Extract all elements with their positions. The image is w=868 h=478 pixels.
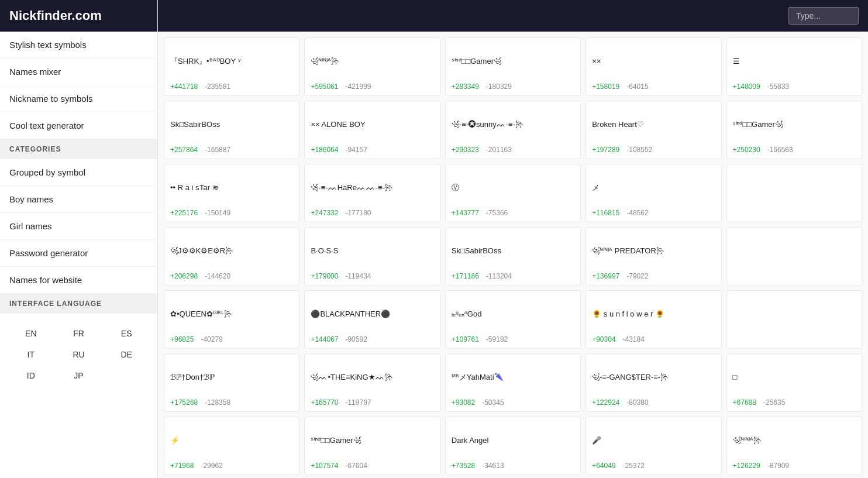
card-text: ×× ALONE BOY (311, 108, 433, 141)
card-item[interactable]: ⚡+71968-29962 (164, 417, 299, 475)
interface-language-header: INTERFACE LANGUAGE (0, 294, 157, 314)
card-item[interactable]: ꧁ᴺᴵᴺᴶᴬ꧂+126229-87909 (726, 417, 862, 475)
card-item[interactable]: ₗₑ​ᵍₑₙ​ᵈGod+109761-59182 (445, 290, 581, 349)
card-stat-negative: -235581 (205, 82, 230, 91)
card-item[interactable]: B·O·S·S+179000-119434 (304, 227, 440, 286)
lang-btn-es[interactable]: ES (105, 325, 148, 342)
card-stat-negative: -75366 (486, 209, 508, 217)
card-stats: +64049-25372 (592, 462, 715, 470)
card-stats: +257864-165887 (170, 146, 293, 154)
search-input[interactable] (788, 7, 859, 25)
card-text: ₗₑ​ᵍₑₙ​ᵈGod (452, 298, 574, 331)
card-item[interactable]: Broken Heart♡+197289-108552 (585, 101, 721, 159)
card-item[interactable]: •• R a i ꜱTar ≋+225176-150149 (164, 164, 299, 222)
card-text: 🎤 (592, 424, 715, 457)
card-stat-negative: -34613 (482, 462, 504, 470)
card-item[interactable]: Dark Angel+73528-34613 (445, 417, 581, 475)
card-item[interactable]: 『SHRK』•ᴮᴬᴰBOY ʸ+441718-235581 (164, 37, 299, 96)
card-item[interactable]: ˢᴵⁿᵈ□□Gamer꧁+250230-166563 (726, 101, 862, 159)
card-stats: +186064-94157 (311, 146, 433, 154)
sidebar-item-names-mixer[interactable]: Names mixer (0, 59, 157, 85)
lang-btn-fr[interactable]: FR (57, 325, 101, 342)
category-item-names-for-website[interactable]: Names for website (0, 267, 157, 294)
categories-header: CATEGORIES (0, 139, 157, 159)
card-item[interactable]: ℬℙ†Don†ℬℙ+175268-128358 (164, 353, 299, 412)
card-item[interactable]: ꧁ᴺᴵᴺᴶᴬ PREDATOR꧂+136997-79022 (585, 227, 721, 286)
category-item-girl-names[interactable]: Girl names (0, 213, 157, 240)
card-item[interactable]: ꧁-≡-ᨓHaReᨓᨓ-≡-꧂+247332-177180 (304, 164, 440, 222)
card-text: ꧁-≡-✪sunnyᨓ-≡-꧂ (452, 108, 574, 141)
card-text: ꧁-≡-GANG$TER-≡-꧂ (592, 361, 715, 394)
card-text: ꧁ᴺᴵᴺᴶᴬ꧂ (733, 424, 856, 457)
card-item[interactable]: ×× +158019-64015 (585, 37, 721, 96)
card-text: ×× (592, 45, 715, 78)
card-item[interactable]: ꧁ᴺᴵᴺᴶᴬ꧂+595061-421999 (304, 37, 440, 96)
sidebar-item-cool-text-generator[interactable]: Cool text generator (0, 112, 157, 139)
card-text: ☰ (733, 45, 856, 78)
category-item-password-generator[interactable]: Password generator (0, 240, 157, 267)
card-item[interactable]: ꧁-≡-✪sunnyᨓ-≡-꧂+290323-201163 (445, 101, 581, 159)
card-stat-negative: -55833 (767, 82, 789, 91)
lang-btn-ru[interactable]: RU (57, 346, 101, 363)
card-item[interactable]: ×× ALONE BOY+186064-94157 (304, 101, 440, 159)
sidebar-item-nickname-to-symbols[interactable]: Nickname to symbols (0, 85, 157, 112)
card-item[interactable]: ꧁J⚙⚙K⚙E⚙R꧂+206298-144620 (164, 227, 299, 286)
sidebar-item-stylish-text-symbols[interactable]: Stylish text symbols (0, 32, 157, 59)
card-item[interactable] (726, 227, 862, 286)
card-item[interactable]: Ⓥ+143777-75366 (445, 164, 581, 222)
card-item[interactable]: ꧁ᨓ•THE≡KiNG★ᨓ꧂+165770-119797 (304, 353, 440, 412)
card-item[interactable]: ꧁-≡-GANG$TER-≡-꧂+122924-80380 (585, 353, 721, 412)
card-item[interactable]: ✿•QUEEN✿ᴳᴵᴿᴸ꧂+96825-40279 (164, 290, 299, 349)
card-stat-positive: +64049 (592, 462, 615, 470)
card-text: ꧁-≡-ᨓHaReᨓᨓ-≡-꧂ (311, 171, 433, 204)
category-item-boy-names[interactable]: Boy names (0, 186, 157, 213)
card-item[interactable]: Sk□SabirBOss+171186-113204 (445, 227, 581, 286)
language-section: ENFRESITRUDEIDJP (0, 314, 157, 391)
card-item[interactable]: Sk□SabirBOss+257864-165887 (164, 101, 299, 159)
card-item[interactable]: ˢᴵⁿᵈ□□Gamer꧁+283349-180329 (445, 37, 581, 96)
card-stats: +71968-29962 (170, 462, 293, 470)
card-stat-negative: -119434 (345, 272, 371, 280)
card-stats: +175268-128358 (170, 398, 293, 407)
lang-btn-id[interactable]: ID (9, 367, 53, 384)
card-text: 🌻 s u n f l o w e r 🌻 (592, 298, 715, 331)
card-stat-negative: -43184 (623, 335, 645, 343)
lang-btn-jp[interactable]: JP (57, 367, 101, 384)
category-list: Grouped by symbolBoy namesGirl namesPass… (0, 159, 157, 294)
lang-btn-en[interactable]: EN (9, 325, 53, 342)
card-stat-positive: +143777 (452, 209, 479, 217)
card-text: Ⓥ (452, 171, 574, 204)
card-item[interactable]: 🎤+64049-25372 (585, 417, 721, 475)
card-stats: +107574-67604 (311, 462, 433, 470)
card-text: Broken Heart♡ (592, 108, 715, 141)
card-item[interactable]: ˢᴵⁿᵈ□□Gamer꧁+107574-67604 (304, 417, 440, 475)
card-item[interactable]: 🌻 s u n f l o w e r 🌻+90304-43184 (585, 290, 721, 349)
card-stats: +225176-150149 (170, 209, 293, 217)
card-text: ˢᴵⁿᵈ□□Gamer꧁ (311, 424, 433, 457)
card-stats: +283349-180329 (452, 82, 574, 91)
card-item[interactable] (726, 164, 862, 222)
card-stat-negative: -79022 (626, 272, 648, 280)
card-stat-negative: -25372 (623, 462, 645, 470)
main-content: 『SHRK』•ᴮᴬᴰBOY ʸ+441718-235581꧁ᴺᴵᴺᴶᴬ꧂+595… (158, 0, 868, 478)
card-item[interactable] (726, 290, 862, 349)
card-stat-positive: +283349 (452, 82, 479, 91)
card-item[interactable]: ᴹᴿメYahMati🌂+93082-50345 (445, 353, 581, 412)
lang-btn-de[interactable]: DE (105, 346, 148, 363)
card-stat-negative: -25635 (763, 398, 785, 407)
lang-btn-it[interactable]: IT (9, 346, 53, 363)
card-stats: +290323-201163 (452, 146, 574, 154)
card-item[interactable]: □+67688-25635 (726, 353, 862, 412)
card-text: ℬℙ†Don†ℬℙ (170, 361, 293, 394)
card-item[interactable]: メ+116815-48562 (585, 164, 721, 222)
site-logo: Nickfinder.com (0, 0, 157, 32)
card-item[interactable]: ☰+148009-55833 (726, 37, 862, 96)
card-stat-negative: -94157 (345, 146, 367, 154)
card-stat-positive: +90304 (592, 335, 615, 343)
category-item-grouped-by-symbol[interactable]: Grouped by symbol (0, 159, 157, 186)
card-stat-positive: +67688 (733, 398, 756, 407)
card-text: ⚫BLACKPANTHER⚫ (311, 298, 433, 331)
cards-grid: 『SHRK』•ᴮᴬᴰBOY ʸ+441718-235581꧁ᴺᴵᴺᴶᴬ꧂+595… (158, 32, 868, 478)
card-item[interactable]: ⚫BLACKPANTHER⚫+144067-90592 (304, 290, 440, 349)
card-stat-negative: -64015 (626, 82, 648, 91)
